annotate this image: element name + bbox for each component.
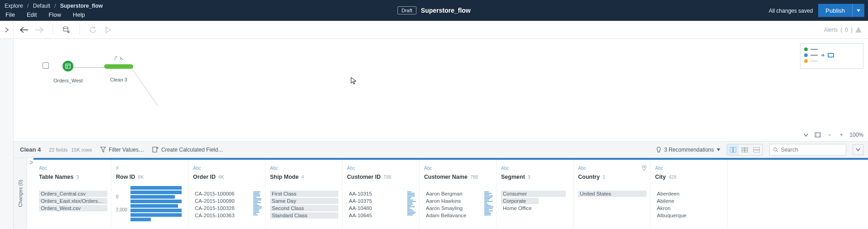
histogram-bar[interactable] — [130, 186, 182, 190]
view-mode-toggle — [727, 144, 763, 156]
value-item[interactable]: Corporate — [501, 198, 539, 204]
breadcrumb-root[interactable]: Explore — [5, 3, 23, 9]
flow-node-clean[interactable]: Clean 3 — [104, 62, 133, 82]
value-list: Orders_Central.csvOrders_East.xlsx/Order… — [39, 191, 107, 211]
field-card[interactable]: AbcCity428AberdeenAbileneAkronAlbuquerqu… — [651, 160, 728, 229]
value-item[interactable]: CA-2015-100363 — [193, 212, 261, 219]
collapse-minimap-button[interactable] — [802, 131, 810, 138]
flow-title[interactable]: Superstore_flow — [421, 7, 471, 14]
field-name[interactable]: City — [655, 174, 666, 180]
create-calc-button[interactable]: Create Calculated Field… — [152, 147, 223, 153]
menu-help[interactable]: Help — [70, 10, 88, 20]
breadcrumb-space[interactable]: Default — [33, 3, 50, 9]
field-card[interactable]: AbcSegment3ConsumerCorporateHome Office — [497, 160, 574, 229]
expand-profile-button[interactable] — [853, 144, 863, 155]
field-name[interactable]: Country — [578, 174, 600, 180]
field-value-count: 3 — [76, 174, 79, 180]
filter-values-button[interactable]: Filter Values… — [100, 147, 144, 153]
flow-node-input[interactable]: Orders_West — [53, 61, 83, 83]
value-item[interactable]: CA-2015-100328 — [193, 205, 261, 211]
histogram-bar[interactable] — [130, 191, 182, 194]
chevron-down-icon — [717, 148, 720, 151]
value-item[interactable]: United States — [578, 191, 646, 197]
value-item[interactable]: Orders_Central.csv — [39, 191, 107, 197]
field-value-count: 428 — [669, 174, 677, 180]
value-item[interactable]: CA-2015-100090 — [193, 198, 261, 204]
value-item[interactable]: Abilene — [655, 198, 723, 204]
svg-rect-9 — [733, 147, 736, 153]
fit-screen-button[interactable] — [814, 131, 821, 138]
histogram-bar[interactable] — [130, 218, 151, 221]
value-item[interactable]: Adam Bellavance — [424, 212, 492, 219]
alerts-indicator[interactable]: Alerts (0) — [824, 27, 862, 33]
field-type-badge: Abc — [347, 165, 355, 171]
histogram-bar[interactable] — [130, 213, 182, 217]
value-item[interactable]: Aaron Bergman — [424, 191, 492, 197]
zoom-out-button[interactable]: − — [826, 131, 833, 138]
value-item[interactable]: Home Office — [501, 205, 569, 211]
value-item[interactable]: Aaron Smayling — [424, 205, 492, 211]
refresh-button[interactable] — [87, 24, 99, 36]
value-item[interactable]: AA-10315 — [347, 191, 415, 197]
histogram-bar[interactable] — [130, 195, 175, 199]
recommendations-button[interactable]: 3 Recommendations — [656, 147, 720, 153]
search-input[interactable] — [781, 147, 842, 153]
value-item[interactable]: Aberdeen — [655, 191, 723, 197]
value-item[interactable]: Orders_West.csv — [39, 205, 107, 211]
field-name[interactable]: Segment — [501, 174, 525, 180]
step-name[interactable]: Clean 4 — [20, 146, 41, 153]
field-card[interactable]: AbcCustomer Name788Aaron BergmanAaron Ha… — [420, 160, 497, 229]
forward-button[interactable] — [34, 24, 45, 36]
value-item[interactable]: Consumer — [501, 191, 566, 197]
histogram-bar[interactable] — [130, 204, 178, 208]
field-name[interactable]: Order ID — [193, 174, 216, 180]
value-item[interactable]: Standard Class — [270, 212, 338, 219]
calc-field-icon — [152, 147, 159, 153]
value-item[interactable]: AA-10480 — [347, 205, 415, 211]
field-name[interactable]: Row ID — [116, 174, 135, 180]
chevron-down-icon — [856, 148, 860, 151]
menu-flow[interactable]: Flow — [46, 10, 63, 20]
value-item[interactable]: CA-2015-100006 — [193, 191, 261, 197]
run-flow-button[interactable] — [102, 24, 114, 36]
view-profile-button[interactable] — [727, 144, 739, 155]
field-search[interactable] — [769, 144, 846, 156]
publish-button[interactable]: Publish — [818, 4, 852, 17]
menu-file[interactable]: File — [3, 10, 18, 20]
value-item[interactable]: Second Class — [270, 205, 338, 211]
field-name[interactable]: Customer ID — [347, 174, 381, 180]
publish-dropdown[interactable] — [852, 4, 864, 17]
value-item[interactable]: First Class — [270, 191, 338, 197]
field-card[interactable]: AbcCustomer ID788AA-10315AA-10375AA-1048… — [342, 160, 420, 229]
field-card[interactable]: AbcCountry1United States — [574, 160, 651, 229]
histogram-bar[interactable] — [130, 209, 182, 212]
back-button[interactable] — [18, 24, 30, 36]
left-panel-toggle[interactable] — [0, 21, 14, 38]
field-name[interactable]: Table Names — [39, 174, 73, 180]
value-item[interactable]: Albuquerque — [655, 212, 723, 219]
field-card[interactable]: AbcOrder ID4KCA-2015-100006CA-2015-10009… — [188, 160, 265, 229]
value-item[interactable]: AA-10375 — [347, 198, 415, 204]
changes-panel-tab[interactable]: Changes (0) — [14, 158, 27, 229]
histogram[interactable] — [130, 186, 184, 221]
menu-edit[interactable]: Edit — [24, 10, 39, 20]
view-list-button[interactable] — [739, 144, 751, 155]
field-type-badge: Abc — [578, 165, 586, 171]
value-item[interactable]: AA-10645 — [347, 212, 415, 219]
flow-canvas[interactable]: Orders_West Clean 3 — [14, 39, 868, 141]
histogram-bar[interactable] — [130, 200, 182, 203]
lightbulb-icon — [656, 147, 661, 153]
value-item[interactable]: Aaron Hawkins — [424, 198, 492, 204]
field-card[interactable]: #Row ID8K02,000 — [111, 160, 188, 229]
field-name[interactable]: Ship Mode — [270, 174, 299, 180]
field-card[interactable]: AbcTable Names3Orders_Central.csvOrders_… — [34, 160, 111, 229]
value-item[interactable]: Akron — [655, 205, 723, 211]
value-item[interactable]: Orders_East.xlsx/Orders_E… — [39, 198, 107, 204]
view-grid-button[interactable] — [751, 144, 762, 155]
flow-minimap[interactable] — [800, 43, 863, 69]
zoom-in-button[interactable]: + — [838, 131, 845, 138]
value-item[interactable]: Same Day — [270, 198, 338, 204]
field-card[interactable]: AbcShip Mode4First ClassSame DaySecond C… — [265, 160, 342, 229]
field-name[interactable]: Customer Name — [424, 174, 468, 180]
pause-updates-button[interactable] — [60, 24, 72, 36]
